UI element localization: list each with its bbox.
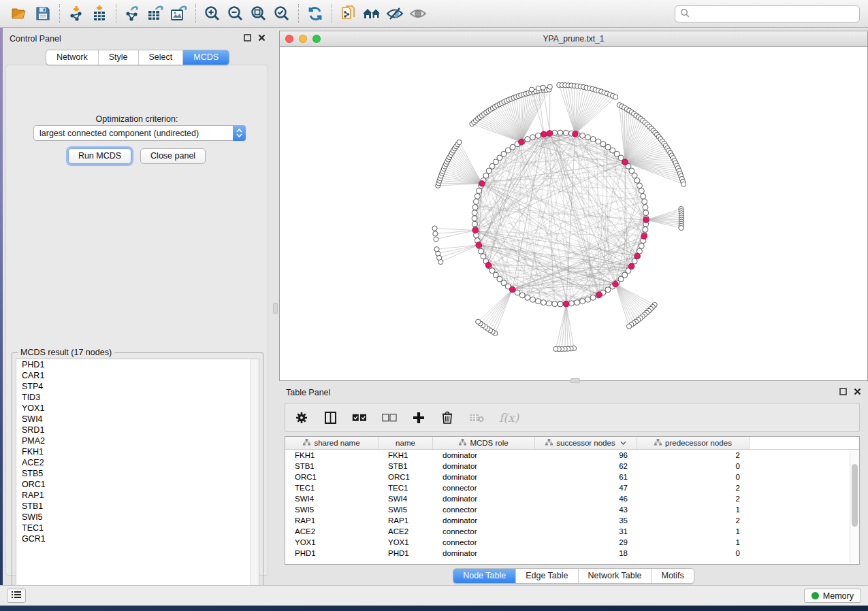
eye-icon[interactable]: [406, 3, 430, 24]
add-icon[interactable]: [412, 410, 425, 426]
network-window-titlebar[interactable]: YPA_prune.txt_1: [280, 31, 867, 47]
tab-node-table[interactable]: Node Table: [453, 569, 516, 583]
column-header-successor-nodes[interactable]: successor nodes: [535, 437, 637, 449]
tab-edge-table[interactable]: Edge Table: [516, 569, 578, 583]
mcds-result-item[interactable]: STP4: [16, 381, 259, 392]
table-row[interactable]: TEC1TEC1connector472: [285, 482, 859, 493]
mcds-result-item[interactable]: PMA2: [16, 435, 259, 446]
table-cell: 1: [637, 537, 750, 548]
float-panel-icon[interactable]: [244, 34, 251, 44]
hierarchy-icon: [459, 439, 466, 447]
delete-icon[interactable]: [440, 410, 454, 426]
mcds-result-item[interactable]: TEC1: [16, 523, 259, 533]
export-image-icon[interactable]: [167, 3, 191, 24]
mcds-result-item[interactable]: SRD1: [16, 425, 259, 435]
tab-style[interactable]: Style: [99, 50, 139, 65]
search-field[interactable]: [675, 5, 860, 22]
splitter-handle[interactable]: [570, 378, 580, 383]
column-header-predecessor-nodes[interactable]: predecessor nodes: [637, 437, 750, 449]
hierarchy-icon: [654, 439, 662, 447]
mcds-result-item[interactable]: STB1: [16, 501, 259, 512]
table-row[interactable]: STB1STB1dominator620: [285, 461, 859, 472]
search-input[interactable]: [692, 8, 854, 19]
close-panel-icon[interactable]: [854, 388, 861, 397]
column-header-label: name: [396, 439, 415, 447]
deselect-all-icon[interactable]: [382, 410, 397, 426]
tab-mcds[interactable]: MCDS: [183, 50, 229, 65]
mcds-result-item[interactable]: SWI4: [16, 414, 259, 425]
tab-motifs[interactable]: Motifs: [652, 569, 693, 583]
mcds-result-item[interactable]: CAR1: [16, 370, 259, 381]
zoom-out-icon[interactable]: [224, 3, 247, 24]
table-cell: TEC1: [379, 482, 433, 493]
column-header-label: MCDS role: [470, 439, 508, 447]
mcds-result-item[interactable]: FKH1: [16, 446, 259, 457]
table-row[interactable]: RAP1RAP1dominator352: [285, 515, 859, 526]
column-header-shared-name[interactable]: shared name: [285, 437, 379, 449]
table-row[interactable]: ACE2ACE2connector311: [285, 526, 859, 537]
application-window: Control Panel NetworkStyleSelectMCDS Opt…: [0, 0, 868, 606]
zoom-in-icon[interactable]: [201, 3, 224, 24]
close-panel-icon[interactable]: [258, 34, 266, 44]
table-cell: 46: [535, 493, 637, 504]
float-panel-icon[interactable]: [839, 388, 847, 397]
mcds-result-item[interactable]: YOX1: [16, 403, 259, 414]
memory-button[interactable]: Memory: [804, 589, 861, 603]
table-cell: connector: [433, 504, 535, 515]
control-panel-tabs-row: NetworkStyleSelectMCDS: [3, 50, 272, 65]
open-session-icon[interactable]: [8, 3, 31, 24]
table-cell: 61: [535, 472, 637, 482]
column-header-mcds-role[interactable]: MCDS role: [433, 437, 535, 449]
table-row[interactable]: YOX1YOX1connector291: [285, 537, 859, 548]
mcds-result-item[interactable]: ACE2: [16, 457, 259, 468]
mcds-result-item[interactable]: TID3: [16, 392, 259, 403]
table-cell: dominator: [433, 472, 535, 482]
export-table-icon[interactable]: [144, 3, 167, 24]
table-cell: 43: [535, 504, 637, 515]
columns-icon[interactable]: [323, 410, 337, 426]
mcds-result-list[interactable]: PHD1CAR1STP4TID3YOX1SWI4SRD1PMA2FKH1ACE2…: [16, 359, 259, 599]
zoom-fit-icon[interactable]: [247, 3, 270, 24]
criterion-dropdown-value: largest connected component (undirected): [34, 129, 233, 138]
refresh-icon[interactable]: [304, 3, 327, 24]
splitter-handle[interactable]: [273, 303, 278, 314]
task-history-button[interactable]: [7, 589, 26, 603]
mcds-result-item[interactable]: RAP1: [16, 490, 259, 501]
mcds-list-scrollbar[interactable]: [250, 359, 259, 599]
gear-icon[interactable]: [295, 410, 308, 426]
table-row[interactable]: SWI4SWI4dominator462: [285, 493, 859, 504]
table-row[interactable]: ORC1ORC1dominator610: [285, 472, 859, 482]
column-header-name[interactable]: name: [379, 437, 433, 449]
table-row[interactable]: SWI5SWI5connector431: [285, 504, 859, 515]
run-mcds-button[interactable]: Run MCDS: [68, 148, 131, 164]
zoom-selected-icon[interactable]: [270, 3, 293, 24]
table-scrollbar[interactable]: [850, 450, 858, 563]
mcds-result-item[interactable]: ORC1: [16, 479, 259, 490]
table-row[interactable]: PHD1PHD1dominator180: [285, 548, 859, 559]
import-network-icon[interactable]: [65, 3, 88, 24]
network-canvas[interactable]: [280, 47, 867, 380]
houses-icon[interactable]: [360, 3, 383, 24]
table-scrollbar-thumb[interactable]: [852, 464, 858, 527]
save-session-icon[interactable]: [31, 3, 54, 24]
mcds-result-item[interactable]: STB5: [16, 468, 259, 479]
table-cell: SWI5: [285, 504, 379, 515]
export-network-icon[interactable]: [121, 3, 144, 24]
mcds-result-item[interactable]: PHD1: [16, 359, 259, 370]
panel-splitter-vertical[interactable]: [272, 28, 279, 585]
tab-network[interactable]: Network: [46, 50, 99, 65]
import-table-icon[interactable]: [88, 3, 111, 24]
select-all-icon[interactable]: [352, 410, 367, 426]
criterion-dropdown[interactable]: largest connected component (undirected): [33, 125, 246, 141]
table-cell: FKH1: [285, 450, 379, 461]
clone-network-icon[interactable]: [337, 3, 360, 24]
eye-slash-icon[interactable]: [383, 3, 406, 24]
tab-select[interactable]: Select: [139, 50, 184, 65]
close-panel-button[interactable]: Close panel: [140, 148, 206, 164]
table-cell: SWI5: [379, 504, 433, 515]
mcds-result-item[interactable]: GCR1: [16, 533, 259, 544]
mcds-result-item[interactable]: SWI5: [16, 512, 259, 523]
table-cell: dominator: [433, 493, 535, 504]
tab-network-table[interactable]: Network Table: [579, 569, 652, 583]
table-row[interactable]: FKH1FKH1dominator962: [285, 450, 859, 461]
